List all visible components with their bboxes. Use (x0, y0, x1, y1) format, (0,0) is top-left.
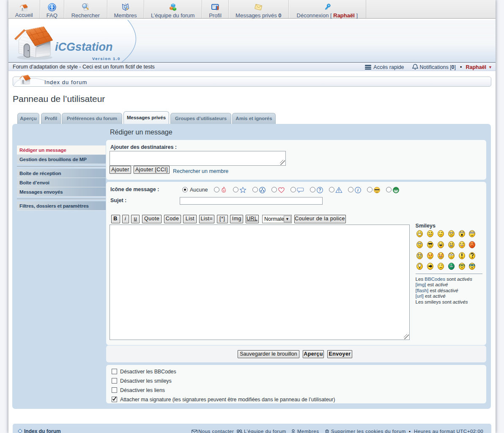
svg-text:i: i (357, 188, 359, 192)
svg-text:?: ? (318, 188, 321, 192)
